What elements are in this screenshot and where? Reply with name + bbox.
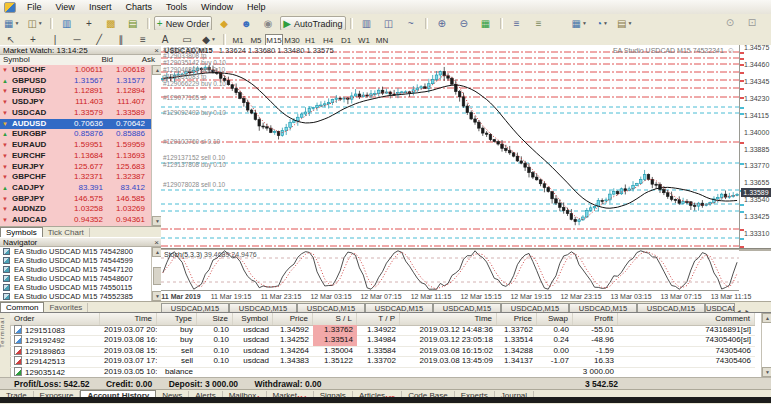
market-watch-row[interactable]: ▼USDCHF1.006111.00618: [0, 65, 151, 76]
menu-item-window[interactable]: Window: [194, 0, 240, 14]
navigator-item[interactable]: EA Studio USDCAD M15 74550115: [14, 283, 132, 292]
cell-time: 2019.03.08 16:15:02: [400, 346, 497, 356]
column-header-type[interactable]: Type: [157, 313, 197, 325]
feedback-icon-icon: ⊡: [748, 17, 756, 28]
periods-button[interactable]: ≡: [529, 16, 549, 31]
profiles-button[interactable]: ◫▼: [24, 15, 45, 30]
column-header-symbol[interactable]: Symbol: [3, 55, 30, 65]
new-order-button[interactable]: +New Order: [154, 16, 212, 31]
market-watch-row[interactable]: ▼EURJPY125.677125.683: [0, 162, 151, 173]
cell-comment: [618, 367, 755, 377]
bid-value: 1.03258: [74, 204, 103, 215]
navigator-item[interactable]: EA Studio USDCAD M15 74548607: [14, 274, 133, 283]
shapes-tool[interactable]: ◆▼: [199, 31, 219, 46]
arrow-label-tool-icon: ▭: [182, 34, 191, 45]
column-header-bid[interactable]: Bid: [101, 55, 113, 65]
market-watch-row[interactable]: ▼GBPCHF1.323711.32387: [0, 172, 151, 183]
sell-order-icon: [14, 356, 22, 365]
cell-time: 2019.03.07 20:00:00: [100, 325, 157, 335]
navigator-item[interactable]: EA Studio USDCAD M15 74552385: [14, 292, 133, 301]
market-watch-button[interactable]: ▥: [57, 16, 77, 31]
ask-value: 0.85886: [116, 129, 145, 140]
market-watch-row[interactable]: ▼AUDNZD1.032581.03269: [0, 204, 151, 215]
market-watch-row[interactable]: ▼EURCHF1.136841.13693: [0, 151, 151, 162]
column-header-comment[interactable]: Comment: [618, 313, 755, 325]
column-header-price[interactable]: Price: [497, 313, 537, 325]
cell-swap: 0.40: [537, 325, 573, 335]
column-header-profit[interactable]: Profit: [573, 313, 618, 325]
candle-chart-button[interactable]: ◫: [379, 16, 399, 31]
autotrading-button[interactable]: ▶AutoTrading: [280, 16, 345, 31]
scroll-up-icon[interactable]: ▲: [762, 313, 771, 323]
column-header-sl[interactable]: S / L: [313, 313, 357, 325]
cell-value: 2019.03.08 16:15:02: [420, 346, 493, 355]
column-header-time[interactable]: Time: [100, 313, 157, 325]
column-header-symbol[interactable]: Symbol: [233, 313, 273, 325]
add-chart-button[interactable]: ▦▼: [569, 15, 590, 30]
zoom-out-button[interactable]: ⊖: [454, 16, 474, 31]
tile-windows-button[interactable]: ▦: [476, 16, 496, 31]
menu-item-tools[interactable]: Tools: [159, 0, 194, 14]
zoom-in-button[interactable]: ⊕: [432, 16, 452, 31]
price-tick-label: 1.33540: [744, 196, 769, 203]
search-icon[interactable]: ⊙: [720, 15, 740, 30]
metaeditor-button[interactable]: ◆: [214, 16, 234, 31]
column-header-label: Time: [135, 314, 152, 323]
market-watch-row[interactable]: ▼AUDUSD0.706360.70642: [0, 119, 151, 130]
navigator-item[interactable]: EA Studio USDCAD M15 74544599: [14, 256, 133, 265]
channel-tool-icon: ∥: [119, 34, 124, 45]
menu-item-help[interactable]: Help: [240, 0, 273, 14]
menu-item-charts[interactable]: Charts: [118, 0, 159, 14]
ask-value: 1.00618: [116, 65, 145, 76]
experts-button[interactable]: ☻: [236, 16, 256, 31]
navigator-item[interactable]: EA Studio USDCAD M15 74542800: [14, 247, 133, 256]
symbol-name: GBPUSD: [12, 76, 46, 87]
column-header-ask[interactable]: Ask: [142, 55, 155, 65]
cell-comment: 74305406: [618, 346, 755, 356]
column-header-size[interactable]: Size: [197, 313, 233, 325]
cell-value: 0.10: [213, 335, 229, 344]
menu-item-file[interactable]: File: [20, 0, 49, 14]
symbol-name: EURAUD: [12, 140, 46, 151]
column-header-tp[interactable]: T / P: [357, 313, 400, 325]
candlestick-chart[interactable]: [161, 45, 739, 248]
vertical-line-tool-icon: |: [54, 34, 57, 45]
market-watch-row[interactable]: ▼GBPJPY146.575146.585: [0, 194, 151, 205]
bar-chart-button[interactable]: ▥: [357, 16, 377, 31]
new-chart-button[interactable]: ▦▼: [1, 15, 22, 30]
column-header-price[interactable]: Price: [273, 313, 313, 325]
indicators-button[interactable]: ≡: [507, 16, 527, 31]
cell-price: 1.34288: [497, 346, 537, 356]
column-header-swap[interactable]: Swap: [537, 313, 573, 325]
menu-item-insert[interactable]: Insert: [82, 0, 119, 14]
dropdown-icon: ▼: [14, 20, 19, 26]
data-window-button[interactable]: +: [79, 16, 99, 31]
scroll-down-icon[interactable]: ▼: [762, 367, 771, 377]
market-watch-row[interactable]: ▲GBPUSD1.315671.31577: [0, 76, 151, 87]
navigator-item[interactable]: EA Studio USDCAD M15 74547120: [14, 265, 133, 274]
market-watch-row[interactable]: ▼USDJPY111.403111.407: [0, 97, 151, 108]
news-button[interactable]: ◉: [258, 16, 278, 31]
layouts-button[interactable]: ▤▼: [614, 15, 635, 30]
terminal-button[interactable]: ▤: [123, 16, 143, 31]
navigator-button[interactable]: ▩: [101, 16, 121, 31]
market-watch-row[interactable]: ▼USDCAD1.335791.33589: [0, 108, 151, 119]
table-scrollbar[interactable]: ▲ ▼: [761, 313, 771, 377]
menu-item-view[interactable]: View: [49, 0, 82, 14]
market-watch-row[interactable]: ▼EURAUD1.599511.59959: [0, 140, 151, 151]
market-watch-row[interactable]: ▼AUDCAD0.943520.94361: [0, 215, 151, 226]
layouts-icon: ▤: [617, 18, 626, 29]
line-chart-button[interactable]: ~: [401, 16, 421, 31]
order-ticket-label: #129066229 buy 0.10: [163, 81, 226, 87]
buy-order-icon: [14, 325, 22, 334]
feedback-icon[interactable]: ⊡: [742, 15, 762, 30]
column-header-time[interactable]: Time: [400, 313, 497, 325]
market-watch-row[interactable]: ▼EURUSD1.128911.12894: [0, 86, 151, 97]
market-watch-row[interactable]: ▲EURGBP0.858760.85886: [0, 129, 151, 140]
window-bottom-edge: [0, 397, 771, 403]
market-watch-row[interactable]: ▲CADJPY83.39183.412: [0, 183, 151, 194]
trendline-tool-icon: ╱: [96, 34, 102, 45]
cell-comment: 74305406[sl]: [618, 335, 755, 345]
column-header-order[interactable]: Order: [10, 313, 100, 325]
time-periods-button[interactable]: ◔▼: [592, 15, 612, 30]
